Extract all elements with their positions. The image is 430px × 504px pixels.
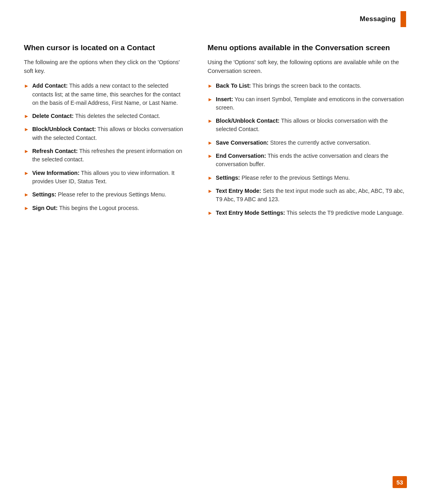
bullet-text: View Information: This allows you to vie… [32,169,188,186]
bullet-text: Insert: You can insert Symbol, Template … [216,95,406,112]
right-column: Menu options available in the Conversati… [203,43,406,222]
list-item: ► Text Entry Mode Settings: This selects… [207,209,406,217]
list-item: ► Sign Out: This begins the Logout proce… [24,204,188,212]
list-item: ► View Information: This allows you to v… [24,169,188,186]
bullet-arrow-icon: ► [24,126,29,133]
bullet-label: Save Conversation: [216,139,268,146]
list-item: ► Insert: You can insert Symbol, Templat… [207,95,406,112]
bullet-arrow-icon: ► [207,96,213,104]
bullet-text: Back To List: This brings the screen bac… [216,82,361,90]
bullet-arrow-icon: ► [24,191,29,199]
left-column: When cursor is located on a Contact The … [24,43,203,222]
bullet-label: View Information: [32,170,80,176]
bullet-label: Text Entry Mode Settings: [216,210,285,216]
list-item: ► Block/Unblock Contact: This allows or … [207,117,406,134]
bullet-text: Text Entry Mode Settings: This selects t… [216,209,404,217]
bullet-label: Add Contact: [32,82,68,89]
header-title: Messaging [360,15,396,23]
bullet-text: Refresh Contact: This refreshes the pres… [32,147,188,164]
bullet-text: Add Contact: This adds a new contact to … [32,82,188,107]
right-section-title: Menu options available in the Conversati… [207,43,406,53]
bullet-text: Delete Contact: This deletes the selecte… [32,112,160,120]
bullet-label: Text Entry Mode: [216,188,261,194]
bullet-arrow-icon: ► [24,113,29,120]
bullet-text: Save Conversation: Stores the currently … [216,139,371,147]
bullet-text: Sign Out: This begins the Logout process… [32,204,139,212]
bullet-arrow-icon: ► [24,82,29,90]
list-item: ► Refresh Contact: This refreshes the pr… [24,147,188,164]
bullet-label: Block/Unblock Contact: [32,126,96,132]
list-item: ► Settings: Please refer to the previous… [24,190,188,199]
bullet-label: Settings: [32,191,57,198]
left-section-intro: The following are the options when they … [24,58,188,76]
list-item: ► Add Contact: This adds a new contact t… [24,82,188,107]
bullet-label: Settings: [216,175,240,181]
bullet-arrow-icon: ► [207,188,213,195]
bullet-text: Settings: Please refer to the previous S… [216,174,350,182]
bullet-arrow-icon: ► [24,170,29,177]
bullet-text: Block/Unblock Contact: This allows or bl… [32,125,188,142]
bullet-label: Block/Unblock Contact: [216,118,280,124]
bullet-arrow-icon: ► [207,118,213,125]
bullet-text: End Conversation: This ends the active c… [216,152,406,169]
bullet-arrow-icon: ► [24,148,29,155]
list-item: ► Back To List: This brings the screen b… [207,82,406,90]
bullet-text: Settings: Please refer to the previous S… [32,190,166,199]
bullet-arrow-icon: ► [207,210,213,217]
list-item: ► End Conversation: This ends the active… [207,152,406,169]
bullet-arrow-icon: ► [207,175,213,182]
bullet-label: End Conversation: [216,153,266,159]
bullet-label: Refresh Contact: [32,148,78,154]
list-item: ► Block/Unblock Contact: This allows or … [24,125,188,142]
bullet-arrow-icon: ► [207,82,213,90]
left-bullet-list: ► Add Contact: This adds a new contact t… [24,82,188,212]
page-container: Messaging When cursor is located on a Co… [0,0,430,504]
bullet-arrow-icon: ► [24,205,29,212]
list-item: ► Save Conversation: Stores the currentl… [207,139,406,147]
bullet-arrow-icon: ► [207,139,213,147]
main-content: When cursor is located on a Contact The … [0,43,430,222]
bullet-label: Insert: [216,96,233,102]
bullet-text: Text Entry Mode: Sets the text input mod… [216,187,406,204]
list-item: ► Delete Contact: This deletes the selec… [24,112,188,120]
right-section-intro: Using the 'Options' soft key, the follow… [207,58,406,76]
bullet-label: Back To List: [216,82,251,89]
bullet-label: Delete Contact: [32,113,74,119]
page-number: 53 [393,476,407,488]
page-header: Messaging [0,0,430,27]
header-accent-bar [401,11,406,27]
right-bullet-list: ► Back To List: This brings the screen b… [207,82,406,217]
bullet-arrow-icon: ► [207,153,213,160]
bullet-label: Sign Out: [32,205,58,211]
list-item: ► Text Entry Mode: Sets the text input m… [207,187,406,204]
left-section-title: When cursor is located on a Contact [24,43,188,53]
bullet-text: Block/Unblock Contact: This allows or bl… [216,117,406,134]
list-item: ► Settings: Please refer to the previous… [207,174,406,182]
